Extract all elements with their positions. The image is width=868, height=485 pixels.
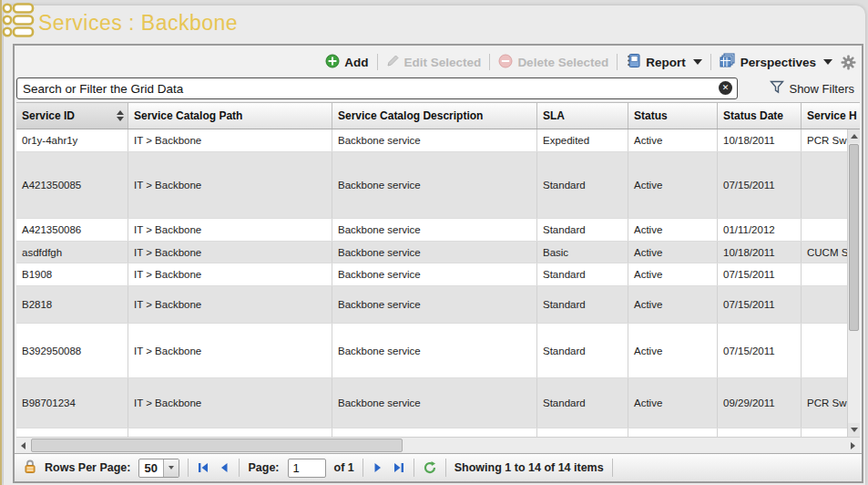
refresh-icon[interactable] (423, 460, 437, 475)
delete-selected-button[interactable]: Delete Selected (498, 54, 608, 71)
table-cell: 09/29/2011 (718, 378, 802, 428)
last-page-button[interactable] (393, 461, 405, 474)
table-cell: A421350086 (16, 219, 128, 241)
page-label: Page: (248, 461, 279, 474)
table-row[interactable]: 0r1y-4ahr1yIT > BackboneBackbone service… (16, 129, 847, 152)
table-row[interactable]: B1908IT > BackboneBackbone serviceStanda… (16, 263, 847, 286)
edit-selected-button[interactable]: Edit Selected (386, 54, 482, 70)
scroll-left-icon[interactable] (16, 438, 30, 454)
rows-per-page-value: 50 (139, 461, 163, 475)
column-header-status-date[interactable]: Status Date (718, 103, 802, 129)
show-filters-button[interactable]: Show Filters (770, 80, 854, 97)
table-cell (16, 428, 128, 437)
column-header-service-id[interactable]: Service ID (16, 103, 128, 129)
table-cell: Active (628, 129, 718, 151)
table-cell (802, 286, 847, 323)
first-page-button[interactable] (197, 461, 209, 474)
horizontal-scrollbar[interactable] (16, 437, 860, 453)
table-cell: PCR Sw (802, 129, 847, 151)
toolbar-separator (617, 54, 618, 70)
grid-panel: Add Edit Selected Delete Selected (13, 44, 863, 483)
scroll-right-icon[interactable] (846, 438, 860, 454)
table-cell: Backbone service (332, 242, 537, 263)
grid-body: 0r1y-4ahr1yIT > BackboneBackbone service… (16, 129, 847, 437)
perspectives-button[interactable]: Perspectives (720, 53, 832, 71)
page-number-input[interactable] (288, 459, 326, 478)
next-page-button[interactable] (372, 461, 384, 474)
table-row[interactable]: A421350085IT > BackboneBackbone serviceS… (16, 152, 847, 219)
toolbar-separator (377, 54, 378, 70)
scroll-down-icon[interactable] (848, 423, 860, 437)
table-cell: IT > Backbone (128, 129, 332, 151)
clear-search-icon[interactable]: ✕ (719, 81, 732, 95)
column-header-service-h[interactable]: Service H (802, 103, 860, 129)
table-cell (128, 428, 332, 437)
chevron-down-icon (823, 59, 832, 65)
pagination-separator (239, 459, 240, 477)
table-cell: Backbone service (332, 263, 537, 285)
table-row[interactable]: B98701234IT > BackboneBackbone serviceSt… (16, 378, 847, 428)
horizontal-scroll-thumb[interactable] (31, 439, 403, 452)
table-cell: Basic (537, 242, 628, 263)
table-row[interactable]: A421350086IT > BackboneBackbone serviceS… (16, 219, 847, 242)
report-button[interactable]: Report (626, 53, 702, 71)
table-cell: IT > Backbone (128, 219, 332, 241)
settings-gear-icon[interactable] (841, 55, 856, 70)
previous-page-button[interactable] (218, 461, 230, 474)
column-header-service-catalog-path[interactable]: Service Catalog Path (128, 103, 332, 129)
column-header-status[interactable]: Status (628, 103, 718, 129)
services-list-icon (2, 2, 35, 44)
scroll-up-icon[interactable] (848, 129, 860, 143)
column-header-label: Service Catalog Path (134, 109, 242, 122)
table-cell: Active (628, 263, 718, 285)
table-cell: IT > Backbone (128, 152, 332, 218)
chevron-down-icon (163, 459, 179, 477)
table-cell: Backbone service (332, 129, 537, 151)
delete-selected-label: Delete Selected (517, 56, 608, 69)
table-cell: 10/18/2011 (718, 129, 802, 151)
search-row: ✕ Show Filters (16, 77, 860, 100)
column-header-label: Service H (807, 109, 857, 122)
plus-circle-icon (325, 54, 340, 71)
table-cell: IT > Backbone (128, 286, 332, 323)
column-header-sla[interactable]: SLA (537, 103, 628, 129)
table-cell: 01/11/2012 (718, 219, 802, 241)
column-header-service-catalog-description[interactable]: Service Catalog Description (332, 103, 537, 129)
page-title: Services : Backbone (38, 11, 238, 36)
table-cell: IT > Backbone (128, 324, 332, 377)
table-cell: Standard (537, 324, 628, 377)
vertical-scrollbar[interactable] (847, 129, 860, 437)
table-cell: Backbone service (332, 286, 537, 323)
table-cell: CUCM S (802, 242, 847, 263)
rows-per-page-label: Rows Per Page: (45, 461, 130, 474)
sort-icon[interactable] (117, 110, 124, 121)
toolbar-separator (489, 54, 490, 70)
table-cell (718, 428, 802, 437)
table-row[interactable]: B392950088IT > BackboneBackbone serviceS… (16, 324, 847, 378)
table-cell (628, 428, 718, 437)
table-cell: 10/18/2011 (718, 242, 802, 263)
table-cell: 07/15/2011 (718, 324, 802, 377)
funnel-icon (770, 80, 784, 97)
rows-per-page-select[interactable]: 50 (138, 459, 179, 478)
edit-selected-label: Edit Selected (404, 56, 482, 69)
search-box: ✕ (16, 77, 738, 99)
column-header-label: SLA (543, 109, 565, 122)
table-cell (802, 428, 847, 437)
table-cell: Backbone service (332, 324, 537, 377)
table-cell: IT > Backbone (128, 378, 332, 428)
vertical-scroll-thumb[interactable] (849, 144, 859, 331)
column-header-label: Status (634, 109, 668, 122)
toolbar-separator (710, 54, 711, 70)
minus-circle-icon (498, 54, 513, 71)
search-input[interactable] (16, 77, 738, 99)
table-cell: Backbone service (332, 378, 537, 428)
table-row[interactable] (16, 428, 847, 437)
table-cell: B2818 (16, 286, 128, 323)
add-button[interactable]: Add (325, 54, 368, 71)
table-cell: asdfdfgh (16, 242, 128, 263)
table-row[interactable]: asdfdfghIT > BackboneBackbone serviceBas… (16, 242, 847, 263)
table-row[interactable]: B2818IT > BackboneBackbone serviceStanda… (16, 286, 847, 324)
report-button-label: Report (646, 56, 686, 69)
table-cell: Active (628, 242, 718, 263)
